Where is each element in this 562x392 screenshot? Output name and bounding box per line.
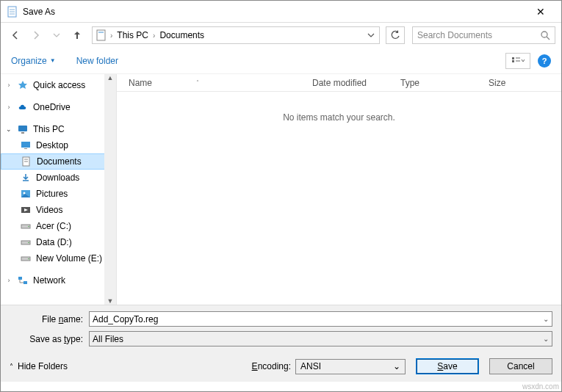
svg-rect-9 — [512, 60, 514, 62]
refresh-button[interactable] — [386, 26, 405, 44]
svg-line-7 — [547, 37, 550, 40]
sidebar-item-desktop[interactable]: Desktop — [1, 137, 116, 153]
sidebar-item-videos[interactable]: Videos — [1, 202, 116, 218]
address-dropdown[interactable] — [367, 32, 375, 39]
drive-icon — [20, 253, 32, 264]
svg-point-26 — [28, 242, 29, 244]
up-button[interactable] — [68, 26, 86, 44]
chevron-down-icon[interactable]: ⌄ — [543, 315, 549, 323]
organize-button[interactable]: Organize▼ — [11, 56, 56, 66]
chevron-down-icon: ⌄ — [393, 361, 400, 371]
chevron-right-icon[interactable]: › — [5, 81, 12, 89]
sidebar-item-thispc[interactable]: ⌄This PC — [1, 121, 116, 137]
folder-icon — [96, 29, 107, 41]
cloud-icon — [17, 101, 29, 113]
filename-field[interactable]: ⌄ — [89, 311, 552, 327]
drive-icon — [20, 220, 32, 232]
chevron-right-icon[interactable]: › — [5, 277, 12, 284]
sort-caret-icon: ˄ — [196, 79, 199, 86]
sidebar-item-pictures[interactable]: Pictures — [1, 186, 116, 202]
sidebar: ›Quick access ›OneDrive ⌄This PC Desktop… — [1, 74, 117, 305]
sidebar-item-network[interactable]: ›Network — [1, 272, 116, 288]
pictures-icon — [20, 188, 32, 200]
column-type[interactable]: Type — [389, 78, 477, 88]
monitor-icon — [17, 123, 29, 135]
sidebar-item-quickaccess[interactable]: ›Quick access — [1, 77, 116, 93]
sidebar-scrollbar[interactable]: ▲▼ — [104, 74, 116, 305]
search-icon — [540, 30, 550, 40]
star-icon — [17, 79, 29, 91]
documents-icon — [21, 156, 32, 167]
svg-rect-15 — [24, 148, 27, 149]
svg-rect-30 — [24, 281, 27, 284]
breadcrumb-thispc[interactable]: This PC — [115, 30, 150, 40]
forward-button[interactable] — [27, 26, 45, 44]
breadcrumb-documents[interactable]: Documents — [158, 30, 206, 40]
chevron-down-icon[interactable]: ⌄ — [543, 335, 549, 343]
save-button[interactable]: Save — [416, 358, 479, 374]
column-headers: Name˄ Date modified Type Size — [117, 74, 561, 92]
recent-dropdown[interactable] — [48, 26, 65, 44]
address-bar[interactable]: › This PC › Documents — [92, 26, 380, 44]
download-icon — [20, 172, 32, 184]
chevron-right-icon[interactable]: › — [5, 104, 12, 111]
view-button[interactable] — [505, 53, 530, 69]
svg-point-24 — [28, 226, 29, 228]
help-button[interactable]: ? — [538, 54, 551, 68]
close-button[interactable]: ✕ — [526, 6, 555, 18]
savetype-field[interactable]: All Files⌄ — [89, 331, 552, 346]
sidebar-item-documents[interactable]: Documents — [1, 153, 116, 170]
sidebar-item-downloads[interactable]: Downloads — [1, 170, 116, 186]
sidebar-item-onedrive[interactable]: ›OneDrive — [1, 99, 116, 115]
svg-rect-12 — [18, 126, 27, 131]
svg-point-28 — [28, 258, 29, 260]
scroll-down-icon[interactable]: ▼ — [107, 297, 114, 305]
svg-rect-8 — [512, 57, 514, 59]
chevron-down-icon[interactable]: ⌄ — [5, 126, 12, 133]
scroll-up-icon[interactable]: ▲ — [107, 74, 114, 81]
column-name[interactable]: Name˄ — [117, 78, 300, 88]
search-box[interactable] — [412, 26, 555, 44]
filename-label: File name: — [10, 314, 89, 324]
chevron-down-icon: ▼ — [50, 57, 56, 64]
svg-rect-29 — [18, 277, 22, 280]
cancel-button[interactable]: Cancel — [489, 358, 552, 374]
savetype-label: Save as type: — [10, 334, 89, 344]
svg-rect-14 — [21, 142, 30, 148]
window-title: Save As — [23, 7, 526, 17]
drive-icon — [20, 236, 32, 248]
new-folder-button[interactable]: New folder — [76, 56, 118, 66]
back-button[interactable] — [7, 26, 24, 44]
chevron-right-icon[interactable]: › — [110, 32, 112, 40]
column-date[interactable]: Date modified — [300, 78, 389, 88]
svg-rect-13 — [21, 132, 24, 134]
empty-message: No items match your search. — [117, 92, 561, 123]
encoding-select[interactable]: ANSI⌄ — [295, 359, 406, 374]
svg-rect-5 — [98, 32, 104, 33]
filename-input[interactable] — [93, 314, 543, 324]
sidebar-item-data[interactable]: Data (D:) — [1, 234, 116, 250]
encoding-label: Encoding: — [252, 361, 291, 371]
chevron-right-icon[interactable]: › — [153, 32, 155, 40]
column-size[interactable]: Size — [477, 78, 536, 88]
sidebar-item-acer[interactable]: Acer (C:) — [1, 218, 116, 234]
desktop-icon — [20, 139, 32, 151]
watermark: wsxdn.com — [522, 382, 559, 391]
hide-folders-button[interactable]: ˄Hide Folders — [10, 361, 68, 371]
sidebar-item-newvol[interactable]: New Volume (E:) — [1, 250, 116, 266]
search-input[interactable] — [417, 30, 540, 40]
svg-point-6 — [541, 32, 547, 37]
network-icon — [17, 275, 29, 286]
chevron-up-icon: ˄ — [10, 363, 13, 371]
videos-icon — [20, 204, 32, 216]
notepad-icon — [7, 6, 18, 18]
